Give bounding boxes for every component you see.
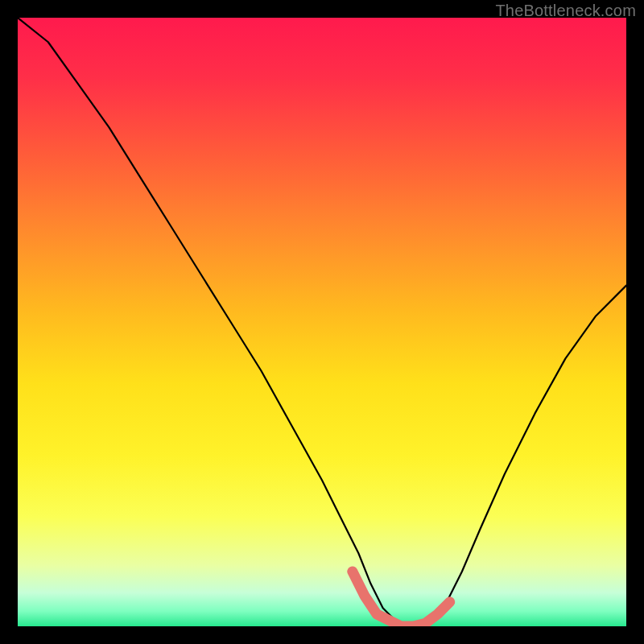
bottleneck-curve — [18, 18, 626, 626]
marker-band — [353, 572, 450, 626]
watermark-text: TheBottleneck.com — [495, 2, 636, 20]
optimal-range-markers — [348, 567, 450, 626]
curve-path — [18, 18, 626, 626]
plot-area — [18, 18, 626, 626]
